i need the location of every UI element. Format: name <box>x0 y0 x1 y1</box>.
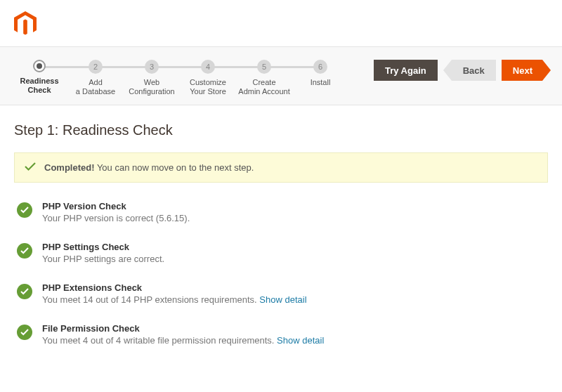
step-circle: 3 <box>145 60 159 74</box>
header <box>0 0 562 46</box>
step-label: Install <box>292 78 348 87</box>
step-label: CustomizeYour Store <box>180 78 236 96</box>
check-item-2: PHP Extensions CheckYou meet 14 out of 1… <box>14 282 548 305</box>
step-label: ReadinessCheck <box>11 77 67 95</box>
step-label: Adda Database <box>67 78 124 96</box>
check-title: PHP Extensions Check <box>42 282 307 293</box>
check-icon <box>25 162 36 174</box>
check-title: File Permission Check <box>42 323 324 334</box>
show-detail-link[interactable]: Show detail <box>259 294 306 305</box>
alert-completed: Completed! You can now move on to the ne… <box>14 152 548 183</box>
show-detail-link[interactable]: Show detail <box>277 335 324 346</box>
success-icon <box>17 284 32 299</box>
check-subtitle: You meet 14 out of 14 PHP extensions req… <box>42 294 307 305</box>
step-circle: 2 <box>89 60 103 74</box>
success-icon <box>17 325 32 340</box>
success-icon <box>17 243 32 259</box>
check-item-1: PHP Settings CheckYour PHP settings are … <box>14 242 548 264</box>
stepper: ReadinessCheck2Adda Database3WebConfigur… <box>11 60 374 96</box>
step-3: 3WebConfiguration <box>124 60 180 96</box>
next-button[interactable]: Next <box>502 60 542 81</box>
step-circle <box>33 60 46 72</box>
step-1: ReadinessCheck <box>11 60 67 95</box>
content: Step 1: Readiness Check Completed! You c… <box>0 105 562 381</box>
step-label: WebConfiguration <box>124 78 180 96</box>
back-button[interactable]: Back <box>452 60 496 81</box>
check-subtitle: Your PHP settings are correct. <box>42 254 164 264</box>
page-title: Step 1: Readiness Check <box>14 122 548 138</box>
check-subtitle: You meet 4 out of 4 writable file permis… <box>42 335 324 346</box>
step-5: 5CreateAdmin Account <box>236 60 292 96</box>
magento-logo-icon <box>14 11 548 37</box>
check-title: PHP Settings Check <box>42 242 164 252</box>
step-circle: 6 <box>313 60 327 74</box>
success-icon <box>17 202 32 218</box>
try-again-button[interactable]: Try Again <box>374 60 438 81</box>
step-circle: 5 <box>257 60 271 74</box>
check-subtitle: Your PHP version is correct (5.6.15). <box>42 213 190 223</box>
step-circle: 4 <box>201 60 215 74</box>
step-6: 6Install <box>292 60 348 87</box>
action-buttons: Try Again Back Next <box>374 60 551 81</box>
alert-text: Completed! You can now move on to the ne… <box>44 162 254 173</box>
check-title: PHP Version Check <box>42 201 190 211</box>
step-label: CreateAdmin Account <box>236 78 292 96</box>
step-4: 4CustomizeYour Store <box>180 60 236 96</box>
stepper-bar: ReadinessCheck2Adda Database3WebConfigur… <box>0 46 562 105</box>
check-item-3: File Permission CheckYou meet 4 out of 4… <box>14 323 548 346</box>
check-item-0: PHP Version CheckYour PHP version is cor… <box>14 201 548 223</box>
step-2: 2Adda Database <box>67 60 124 96</box>
